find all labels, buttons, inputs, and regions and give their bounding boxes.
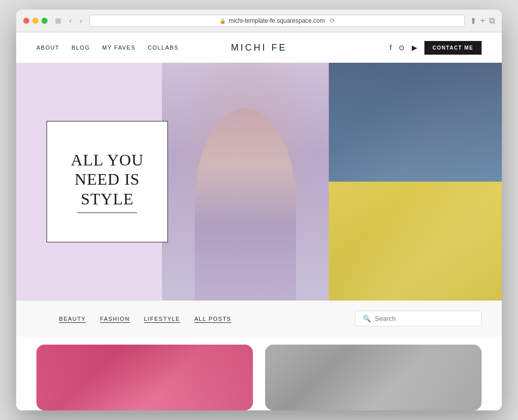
forward-button[interactable]: › bbox=[77, 16, 85, 26]
browser-window: ⊞ ‹ › 🔒 michi-template-fe.squarespace.co… bbox=[16, 10, 502, 410]
tabs-icon[interactable]: ⧉ bbox=[489, 16, 495, 26]
hero-images bbox=[162, 63, 502, 301]
browser-controls: ⊞ ‹ › bbox=[53, 16, 84, 26]
traffic-lights bbox=[23, 18, 48, 24]
hero-photo-top-right bbox=[329, 63, 502, 182]
hero-section: ALL YOU NEED IS STYLE bbox=[16, 63, 502, 301]
search-icon: 🔍 bbox=[363, 315, 371, 322]
blog-card-1[interactable] bbox=[36, 345, 253, 410]
nav-collabs[interactable]: COLLABS bbox=[148, 45, 179, 51]
search-input[interactable] bbox=[375, 315, 474, 322]
main-nav: ABOUT BLOG MY FAVES COLLABS MICHI FE f ⊙… bbox=[16, 32, 502, 63]
category-fashion[interactable]: FASHION bbox=[100, 316, 130, 322]
new-tab-icon[interactable]: + bbox=[481, 16, 485, 26]
website: ABOUT BLOG MY FAVES COLLABS MICHI FE f ⊙… bbox=[16, 32, 502, 410]
instagram-icon[interactable]: ⊙ bbox=[399, 44, 405, 52]
hero-main-photo bbox=[162, 63, 329, 301]
browser-actions: ⬆ + ⧉ bbox=[470, 16, 495, 26]
url-text: michi-template-fe.squarespace.com bbox=[229, 17, 325, 24]
sidebar-toggle-icon[interactable]: ⊞ bbox=[53, 16, 64, 26]
hero-text-box: ALL YOU NEED IS STYLE bbox=[47, 121, 168, 242]
nav-blog[interactable]: BLOG bbox=[71, 45, 90, 51]
category-beauty[interactable]: BEAUTY bbox=[59, 316, 86, 322]
minimize-button[interactable] bbox=[32, 18, 38, 24]
category-links: BEAUTY FASHION LIFESTYLE ALL POSTS bbox=[36, 316, 254, 322]
site-logo[interactable]: MICHI FE bbox=[231, 43, 287, 53]
youtube-icon[interactable]: ▶ bbox=[412, 44, 417, 52]
nav-my-faves[interactable]: MY FAVES bbox=[102, 45, 136, 51]
browser-chrome: ⊞ ‹ › 🔒 michi-template-fe.squarespace.co… bbox=[16, 10, 502, 32]
close-button[interactable] bbox=[23, 18, 29, 24]
nav-about[interactable]: ABOUT bbox=[36, 45, 59, 51]
nav-left: ABOUT BLOG MY FAVES COLLABS bbox=[36, 45, 259, 51]
address-bar[interactable]: 🔒 michi-template-fe.squarespace.com ⟳ bbox=[90, 15, 464, 27]
blog-card-2[interactable] bbox=[265, 345, 482, 410]
lock-icon: 🔒 bbox=[220, 18, 226, 24]
search-bar[interactable]: 🔍 bbox=[355, 311, 482, 326]
category-all-posts[interactable]: ALL POSTS bbox=[194, 316, 231, 322]
reload-icon[interactable]: ⟳ bbox=[330, 17, 335, 24]
blog-grid bbox=[16, 337, 502, 410]
hero-side-photos bbox=[329, 63, 502, 301]
share-icon[interactable]: ⬆ bbox=[470, 16, 477, 26]
maximize-button[interactable] bbox=[41, 18, 48, 24]
facebook-icon[interactable]: f bbox=[390, 44, 392, 52]
hero-headline: ALL YOU NEED IS STYLE bbox=[71, 150, 144, 208]
hero-divider bbox=[77, 213, 138, 213]
hero-photo-bottom-right bbox=[329, 182, 502, 301]
contact-button[interactable]: CONTACT ME bbox=[424, 41, 482, 55]
nav-right: f ⊙ ▶ CONTACT ME bbox=[259, 41, 482, 55]
back-button[interactable]: ‹ bbox=[67, 16, 74, 26]
category-lifestyle[interactable]: LIFESTYLE bbox=[144, 316, 181, 322]
category-nav: BEAUTY FASHION LIFESTYLE ALL POSTS 🔍 bbox=[16, 301, 502, 337]
